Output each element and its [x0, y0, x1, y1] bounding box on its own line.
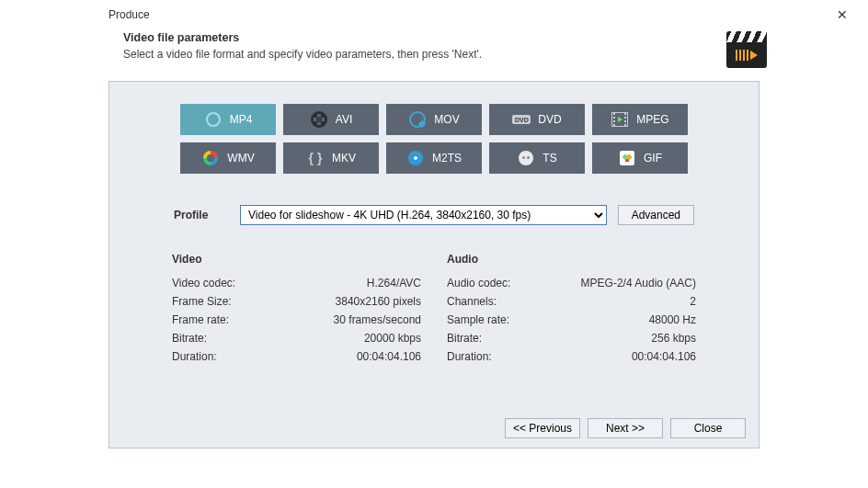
format-label: DVD: [538, 113, 561, 126]
close-icon[interactable]: ✕: [831, 6, 853, 24]
format-mkv-button[interactable]: { }MKV: [283, 142, 379, 174]
audio-key: Sample rate:: [447, 313, 509, 326]
format-label: MKV: [332, 152, 356, 165]
video-row: Video codec:H.264/AVC: [172, 277, 421, 289]
close-button[interactable]: Close: [670, 418, 746, 438]
format-label: MP4: [230, 113, 253, 126]
video-row: Duration:00:04:04.106: [172, 350, 421, 363]
audio-key: Bitrate:: [447, 332, 482, 345]
format-mpeg-button[interactable]: MPEG: [592, 104, 688, 135]
video-value: 00:04:04.106: [357, 350, 421, 363]
audio-value: 256 kbps: [651, 332, 696, 345]
audio-value: 48000 Hz: [649, 313, 696, 326]
audio-row: Duration:00:04:04.106: [447, 350, 696, 363]
video-key: Duration:: [172, 350, 217, 363]
format-gif-button[interactable]: GIF: [592, 142, 688, 174]
video-value: 3840x2160 pixels: [336, 295, 421, 308]
dvd-icon: DVD: [512, 110, 531, 129]
format-label: TS: [542, 152, 556, 165]
video-value: 30 frames/second: [334, 313, 421, 326]
format-label: AVI: [336, 113, 352, 126]
video-value: 20000 kbps: [364, 332, 421, 345]
format-mov-button[interactable]: MOV: [386, 104, 482, 135]
video-row: Frame Size:3840x2160 pixels: [172, 295, 421, 308]
video-key: Video codec:: [172, 277, 235, 289]
format-wmv-button[interactable]: WMV: [180, 142, 276, 174]
film-reel-icon: [310, 110, 328, 129]
wmv-icon: [201, 149, 220, 167]
format-mp4-button[interactable]: MP4: [180, 104, 276, 135]
page-subheading: Select a video file format and specify v…: [123, 48, 726, 61]
clapperboard-icon: [726, 31, 767, 68]
audio-value: 2: [690, 295, 696, 308]
audio-key: Channels:: [447, 295, 497, 308]
video-key: Bitrate:: [172, 332, 207, 345]
profile-select[interactable]: Video for slideshow - 4K UHD (H.264, 384…: [240, 205, 607, 225]
audio-row: Sample rate:48000 Hz: [447, 313, 696, 326]
format-grid: MP4AVIMOVDVDDVDMPEGWMV{ }MKVM2TSTSGIF: [172, 104, 696, 174]
format-avi-button[interactable]: AVI: [283, 104, 379, 135]
audio-heading: Audio: [447, 253, 696, 266]
audio-row: Channels:2: [447, 295, 696, 308]
format-label: WMV: [227, 152, 254, 165]
profile-label: Profile: [174, 209, 229, 221]
format-label: GIF: [644, 152, 662, 165]
video-heading: Video: [172, 253, 421, 266]
advanced-button[interactable]: Advanced: [618, 205, 694, 225]
audio-row: Audio codec:MPEG-2/4 Audio (AAC): [447, 277, 696, 289]
bluray-icon: [406, 149, 425, 167]
video-key: Frame Size:: [172, 295, 232, 308]
page-heading: Video file parameters: [123, 31, 726, 44]
quicktime-icon: [408, 110, 427, 129]
window-title: Produce: [108, 8, 150, 21]
format-dvd-button[interactable]: DVDDVD: [489, 104, 585, 135]
format-label: M2TS: [432, 152, 462, 165]
audio-value: 00:04:04.106: [632, 350, 696, 363]
video-row: Frame rate:30 frames/second: [172, 313, 421, 326]
ts-icon: [517, 149, 535, 167]
video-value: H.264/AVC: [367, 277, 421, 289]
audio-value: MPEG-2/4 Audio (AAC): [581, 277, 696, 289]
filmstrip-icon: [611, 110, 629, 129]
audio-key: Audio codec:: [447, 277, 510, 289]
next-button[interactable]: Next >>: [588, 418, 663, 438]
mkv-icon: { }: [306, 149, 325, 167]
previous-button[interactable]: << Previous: [505, 418, 580, 438]
video-key: Frame rate:: [172, 313, 229, 326]
gif-icon: [618, 149, 636, 167]
audio-key: Duration:: [447, 350, 492, 363]
format-label: MPEG: [636, 113, 668, 126]
format-ts-button[interactable]: TS: [489, 142, 585, 174]
format-m2ts-button[interactable]: M2TS: [386, 142, 482, 174]
mp4-icon: [204, 110, 223, 129]
video-row: Bitrate:20000 kbps: [172, 332, 421, 345]
main-panel: MP4AVIMOVDVDDVDMPEGWMV{ }MKVM2TSTSGIF Pr…: [108, 81, 760, 448]
audio-row: Bitrate:256 kbps: [447, 332, 696, 345]
format-label: MOV: [434, 113, 459, 126]
